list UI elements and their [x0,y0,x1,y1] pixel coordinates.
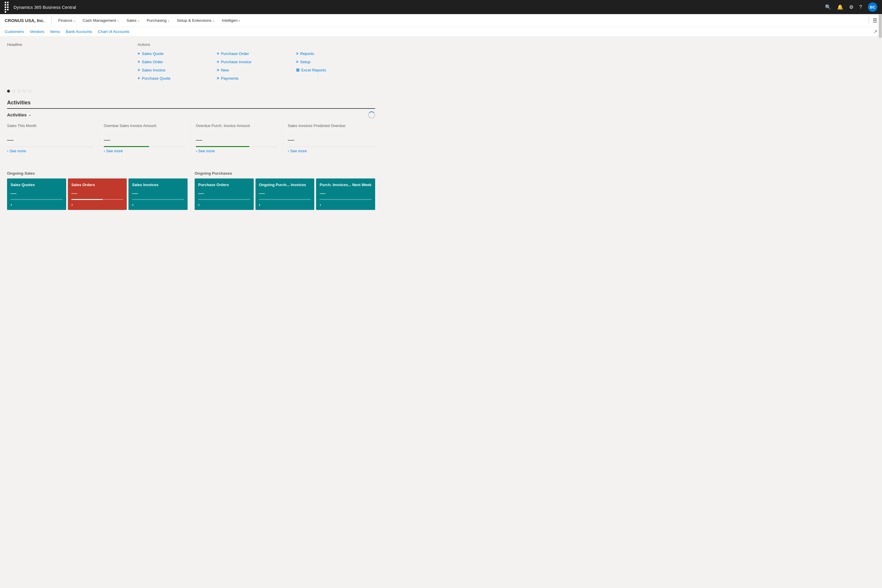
activity-label: Sales This Month [7,123,94,134]
action-item-3[interactable]: +Sales Order [138,58,217,65]
nav-item-purchasing[interactable]: Purchasing ⌄ [144,17,173,24]
card-tile-title: Purch. Invoices... Next Week [320,183,372,188]
activity-label: Overdue Purch. Invoice Amount [196,123,278,134]
card-tile-arrow-icon: › [10,202,63,207]
activity-progress-bar [288,146,375,147]
action-prefix-icon: + [138,68,140,72]
user-avatar[interactable]: BC [868,2,877,12]
action-label: Excel Reports [302,68,326,72]
help-icon[interactable]: ? [860,4,862,10]
app-launcher-icon[interactable] [5,2,10,13]
action-label: Purchase Invoice [221,60,252,64]
nav-item-intelligen[interactable]: Intelligen › [219,17,243,24]
ongoing-sales-card-0[interactable]: Sales Quotes—› [7,178,66,210]
carousel-dot-0[interactable] [7,90,10,93]
notification-icon[interactable]: 🔔 [837,4,843,10]
card-tile-title: Ongoing Purch... Invoices [259,183,311,188]
see-more-link[interactable]: › See more [104,149,186,153]
card-tile-value: — [132,190,184,196]
action-label: Sales Order [142,60,163,64]
activity-value: — [288,136,375,144]
loading-spinner [368,111,375,118]
actions-grid: +Sales Quote+Purchase Order>Reports+Sale… [138,50,375,81]
card-tile-title: Purchase Orders [198,183,250,188]
action-label: New [221,68,229,72]
action-item-2[interactable]: >Reports [296,50,375,57]
carousel-dot-1[interactable] [12,90,15,93]
action-item-6[interactable]: +Sales Invoice [138,67,217,73]
see-more-link[interactable]: › See more [7,149,94,153]
scrollbar-thumb[interactable] [879,14,882,38]
activities-header[interactable]: Activities ⌄ [7,112,31,117]
activity-card-1: Overdue Sales Invoice Amount—› See more [99,120,191,157]
ongoing-sales-card-2[interactable]: Sales Invoices—› [129,178,188,210]
sub-nav-bank-accounts[interactable]: Bank Accounts [66,29,92,34]
ongoing-purchases-card-0[interactable]: Purchase Orders—› [195,178,254,210]
ongoing-purchases-card-1[interactable]: Ongoing Purch... Invoices—› [255,178,315,210]
sub-nav-customers[interactable]: Customers [5,29,24,34]
action-item-9[interactable]: +Purchase Quote [138,75,217,81]
nav-item-setup[interactable]: Setup & Extensions ⌄ [174,17,218,24]
card-tile-value: — [198,190,250,196]
card-tile-title: Sales Quotes [10,183,63,188]
ongoing-sales-card-1[interactable]: Sales Orders—› [68,178,127,210]
headline-section: Headline [7,42,126,81]
card-tile-bar [10,199,63,200]
action-prefix-icon: + [138,59,140,64]
carousel-dot-3[interactable] [23,90,26,93]
ongoing-purchases-section: Ongoing Purchases Purchase Orders—›Ongoi… [195,171,375,210]
see-more-link[interactable]: › See more [196,149,278,153]
sub-nav-items[interactable]: Items [50,29,60,34]
activity-card-0: Sales This Month—› See more [7,120,99,157]
action-item-10[interactable]: >Payments [217,75,296,81]
activity-value: — [7,136,94,144]
settings-icon[interactable]: ⚙ [849,4,854,10]
action-prefix-icon: > [296,59,298,64]
action-label: Reports [300,51,314,56]
action-item-0[interactable]: +Sales Quote [138,50,217,57]
action-item-8[interactable]: ⊞Excel Reports [296,67,375,73]
action-label: Payments [221,76,239,81]
action-item-1[interactable]: +Purchase Order [217,50,296,57]
nav-item-finance[interactable]: Finance ⌄ [55,17,78,24]
card-tile-bar [198,199,250,200]
action-prefix-icon: + [138,76,140,81]
nav-item-sales[interactable]: Sales ⌄ [123,17,142,24]
expand-icon[interactable]: ↗ [873,29,877,34]
action-label: Sales Quote [142,51,164,56]
ongoing-sales-section: Ongoing Sales Sales Quotes—›Sales Orders… [7,171,188,210]
card-tile-value: — [320,190,372,196]
scrollbar-track[interactable] [879,14,882,216]
action-label: Purchase Order [221,51,249,56]
carousel-dot-2[interactable] [18,90,21,93]
search-icon[interactable]: 🔍 [825,4,831,10]
card-tile-arrow-icon: › [259,202,311,207]
action-prefix-icon: ⊞ [296,68,300,72]
sub-nav-vendors[interactable]: Vendors [30,29,44,34]
more-arrow-icon: › [238,18,240,22]
card-tile-bar [72,199,123,200]
hamburger-menu-icon[interactable]: ☰ [873,17,877,24]
action-item-5[interactable]: >Setup [296,58,375,65]
company-name[interactable]: CRONUS USA, Inc. [5,18,44,23]
see-more-link[interactable]: › See more [288,149,375,153]
ongoing-wrapper: Ongoing Sales Sales Quotes—›Sales Orders… [7,171,375,210]
action-item-7[interactable]: >New [217,67,296,73]
chevron-right-icon: › [196,149,197,153]
activity-label: Overdue Sales Invoice Amount [104,123,186,134]
carousel-dot-4[interactable] [28,90,31,93]
activities-group-label: Activities [7,112,27,117]
headline-actions-section: Headline Actions +Sales Quote+Purchase O… [7,42,375,81]
sub-nav-chart-of-accounts[interactable]: Chart of Accounts [98,29,129,34]
chevron-right-icon: › [7,149,8,153]
nav-item-cash-management[interactable]: Cash Management ⌄ [80,17,122,24]
activity-progress-bar [7,146,94,147]
chevron-down-icon: ⌄ [212,19,214,22]
activity-label: Sales Invoices Predicted Overdue [288,123,375,134]
action-prefix-icon: > [296,51,298,56]
chevron-right-icon: › [104,149,105,153]
action-item-4[interactable]: +Purchase Invoice [217,58,296,65]
top-navigation: Dynamics 365 Business Central 🔍 🔔 ⚙ ? BC [0,0,882,14]
chevron-down-icon: ⌄ [28,113,31,117]
ongoing-purchases-card-2[interactable]: Purch. Invoices... Next Week—› [316,178,375,210]
